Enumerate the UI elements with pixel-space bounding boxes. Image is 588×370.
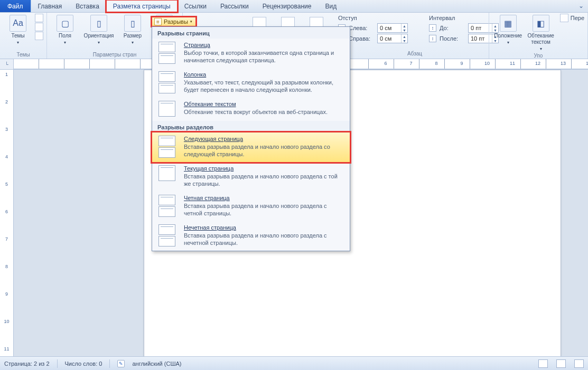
file-tab[interactable]: Файл	[0, 0, 31, 12]
position-icon: ▦	[500, 15, 517, 32]
chevron-down-icon: ▾	[17, 40, 19, 45]
wrap-text-button[interactable]: ◧ Обтекание текстом ▾	[526, 14, 556, 52]
bring-forward[interactable]: Пере	[560, 14, 584, 22]
group-title-arrange: Упо	[492, 52, 584, 60]
breaks-label: Разрывы	[164, 18, 188, 25]
theme-effects[interactable]	[35, 32, 43, 40]
margins-button[interactable]: ▢ Поля ▾	[50, 14, 80, 46]
dropdown-section-section-breaks: Разрывы разделов	[152, 121, 350, 132]
break-odd-page-thumb	[158, 224, 178, 246]
tab-references[interactable]: Ссылки	[178, 0, 213, 12]
view-web-button[interactable]	[574, 359, 584, 368]
ruler-numbers: 67891011121314151617	[348, 61, 588, 66]
font-icon	[35, 23, 43, 31]
breaks-split-button[interactable]: ≡ Разрывы ▾	[152, 17, 196, 26]
break-next-page-thumb	[158, 136, 178, 158]
break-continuous-desc: Вставка разрыва раздела и начало нового …	[184, 173, 343, 187]
spinner-down-icon[interactable]: ▼	[402, 28, 407, 32]
orientation-button[interactable]: ▯ Ориентация ▾	[82, 14, 116, 46]
chevron-down-icon: ▾	[190, 20, 192, 24]
break-page-desc: Выбор точки, в которой заканчивается одн…	[184, 49, 343, 64]
vertical-ruler[interactable]: 123456789101112	[0, 70, 14, 356]
break-next-page-desc: Вставка разрыва раздела и начало нового …	[184, 143, 343, 158]
theme-parts	[35, 14, 43, 40]
break-odd-page[interactable]: Нечетная страница Вставка разрыва раздел…	[152, 221, 350, 251]
indent-left-spinner[interactable]: ▲▼	[377, 23, 408, 33]
spinner-down-icon[interactable]: ▼	[402, 39, 407, 43]
break-even-page-desc: Вставка разрыва раздела и начало нового …	[184, 202, 343, 217]
bring-forward-label: Пере	[571, 15, 584, 21]
margins-label: Поля	[59, 33, 71, 39]
break-next-page-title: Следующая страница	[184, 136, 343, 142]
space-after-label: После:	[440, 35, 465, 42]
indent-left-input[interactable]	[378, 24, 401, 32]
break-text-wrap-title: Обтекание текстом	[184, 101, 343, 107]
tab-page-layout[interactable]: Разметка страницы	[106, 0, 178, 12]
break-continuous-thumb	[158, 165, 178, 187]
status-language[interactable]: английский (США)	[132, 360, 181, 367]
chevron-down-icon: ▾	[507, 40, 509, 45]
tab-home[interactable]: Главная	[31, 0, 69, 12]
break-odd-page-title: Нечетная страница	[184, 224, 343, 231]
chevron-down-icon: ▾	[64, 40, 66, 45]
breaks-dropdown: Разрывы страниц Страница Выбор точки, в …	[152, 26, 350, 251]
spinner-up-icon[interactable]: ▲	[402, 24, 407, 28]
break-even-page[interactable]: Четная страница Вставка разрыва раздела …	[152, 192, 350, 221]
ruler-corner[interactable]: └	[0, 59, 14, 69]
themes-button[interactable]: Aa Темы ▾	[3, 14, 33, 46]
indent-left-label: Слева:	[349, 25, 374, 31]
tab-view[interactable]: Вид	[318, 0, 343, 12]
indent-right-spinner[interactable]: ▲▼	[377, 34, 408, 43]
effects-icon	[35, 32, 43, 40]
break-text-wrap[interactable]: Обтекание текстом Обтекание текста вокру…	[152, 98, 350, 121]
group-arrange: ▦ Положение ▾ ◧ Обтекание текстом ▾ Пере…	[489, 13, 588, 59]
view-print-layout-button[interactable]	[538, 359, 548, 368]
break-column-desc: Указывает, что текст, следующий за разры…	[184, 79, 343, 93]
dropdown-section-page-breaks: Разрывы страниц	[152, 27, 350, 39]
space-before-label: До:	[440, 25, 465, 31]
spellcheck-icon[interactable]: ✎	[117, 360, 125, 367]
tab-review[interactable]: Рецензирование	[256, 0, 319, 12]
customize-qat-caret[interactable]: ⌄	[574, 0, 588, 12]
theme-colors[interactable]	[35, 14, 43, 22]
break-even-page-thumb	[158, 195, 178, 217]
ribbon: Aa Темы ▾ Темы ▢ Поля ▾ ▯ Ориентация ▾	[0, 13, 588, 59]
break-column-thumb	[158, 71, 178, 93]
indent-spacing-panel: Отступ ⇤ Слева: ▲▼ ⇥ Справа: ▲▼ Интервал	[338, 15, 499, 43]
break-column[interactable]: Колонка Указывает, что текст, следующий …	[152, 68, 350, 98]
size-button[interactable]: ▯ Размер ▾	[118, 14, 147, 46]
themes-label: Темы	[11, 33, 24, 39]
themes-icon: Aa	[10, 15, 26, 32]
group-title-themes: Темы	[3, 51, 43, 59]
space-before-icon: ↕	[429, 24, 436, 32]
indent-right-label: Справа:	[349, 35, 374, 42]
indent-right-input[interactable]	[378, 34, 401, 43]
position-button[interactable]: ▦ Положение ▾	[492, 14, 524, 46]
status-page[interactable]: Страница: 2 из 2	[4, 360, 50, 367]
break-page[interactable]: Страница Выбор точки, в которой заканчив…	[152, 39, 350, 68]
chevron-down-icon: ▾	[132, 40, 134, 45]
theme-fonts[interactable]	[35, 23, 43, 31]
orientation-label: Ориентация	[84, 33, 114, 39]
break-text-wrap-thumb	[158, 101, 178, 117]
status-bar: Страница: 2 из 2 Число слов: 0 ✎ английс…	[0, 356, 588, 370]
size-label: Размер	[124, 33, 142, 39]
indent-heading: Отступ	[338, 15, 408, 21]
break-column-title: Колонка	[184, 71, 343, 78]
break-page-thumb	[158, 42, 178, 64]
break-continuous[interactable]: Текущая страница Вставка разрыва раздела…	[152, 162, 350, 192]
tab-mailings[interactable]: Рассылки	[213, 0, 256, 12]
chevron-down-icon: ▾	[98, 40, 100, 45]
break-continuous-title: Текущая страница	[184, 165, 343, 172]
color-swatch-icon	[35, 14, 43, 22]
status-word-count[interactable]: Число слов: 0	[65, 360, 102, 367]
tab-insert[interactable]: Вставка	[69, 0, 106, 12]
break-next-page[interactable]: Следующая страница Вставка разрыва разде…	[152, 132, 350, 163]
page-break-icon: ≡	[154, 18, 162, 25]
spinner-up-icon[interactable]: ▲	[402, 34, 407, 39]
wrap-text-label: Обтекание текстом	[526, 33, 556, 45]
margins-icon: ▢	[57, 15, 73, 32]
break-text-wrap-desc: Обтекание текста вокруг объектов на веб-…	[184, 108, 343, 116]
view-reading-button[interactable]	[556, 359, 566, 368]
position-label: Положение	[494, 33, 522, 39]
